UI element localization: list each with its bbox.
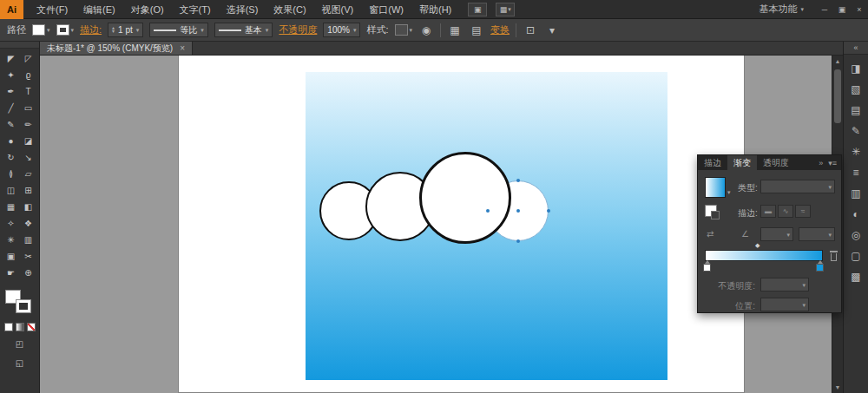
swatches-panel-icon[interactable]: ▤	[846, 100, 865, 121]
stop-location-dropdown[interactable]: ▾	[760, 298, 809, 311]
close-button[interactable]: ×	[851, 0, 868, 19]
menu-item[interactable]: 文件(F)	[29, 0, 76, 19]
stroke-panel-link[interactable]: 描边:	[80, 23, 102, 36]
pencil-tool[interactable]: ✏	[20, 116, 37, 133]
color-panel-icon[interactable]: ◨	[846, 58, 865, 79]
chevron-down-icon[interactable]: ▾	[727, 189, 731, 196]
free-transform-tool[interactable]: ▱	[20, 166, 37, 182]
color-button[interactable]	[4, 323, 13, 331]
tab-gradient[interactable]: 渐变	[727, 155, 757, 170]
panel-overflow-icon[interactable]: »	[819, 159, 823, 167]
rotate-tool[interactable]: ↻	[3, 149, 20, 166]
pen-tool[interactable]: ✒	[3, 83, 20, 100]
rectangle-tool[interactable]: ▭	[20, 100, 37, 116]
blob-brush-tool[interactable]: ●	[3, 133, 20, 149]
blend-tool[interactable]: ❖	[20, 215, 37, 232]
expand-panels-button[interactable]: «	[844, 42, 868, 55]
menu-item[interactable]: 文字(T)	[172, 0, 219, 19]
direct-selection-tool[interactable]: ◸	[20, 50, 37, 67]
line-segment-tool[interactable]: ╱	[3, 100, 20, 116]
tab-stroke[interactable]: 描边	[698, 155, 727, 170]
artboard-tool[interactable]: ▣	[3, 248, 20, 265]
transform-panel-link[interactable]: 变换	[490, 23, 510, 36]
gradient-within-stroke-icon[interactable]: ▬	[760, 205, 776, 218]
magic-wand-tool[interactable]: ✦	[3, 67, 20, 83]
scale-tool[interactable]: ↘	[20, 149, 37, 166]
gradient-midpoint-icon[interactable]: ◆	[755, 242, 760, 249]
gradient-button[interactable]	[16, 323, 24, 331]
align-vertical-icon[interactable]: ▤	[469, 23, 484, 38]
scroll-up-icon[interactable]: ▲	[832, 56, 843, 67]
fill-color-dropdown[interactable]: ▾	[32, 24, 50, 36]
angle-dropdown[interactable]: ▾	[760, 227, 793, 241]
type-tool[interactable]: T	[20, 83, 37, 100]
slice-tool[interactable]: ✂	[20, 248, 37, 265]
lasso-tool[interactable]: ϱ	[20, 67, 37, 83]
delete-gradient-stop-icon[interactable]	[829, 251, 838, 261]
graphic-styles-panel-icon[interactable]: ▢	[846, 246, 865, 266]
menu-item[interactable]: 视图(V)	[314, 0, 362, 19]
gradient-along-stroke-icon[interactable]: ∿	[778, 205, 793, 218]
tool-panel-header[interactable]	[0, 42, 39, 49]
gradient-across-stroke-icon[interactable]: ≈	[795, 205, 811, 218]
gradient-stop-start[interactable]	[703, 264, 711, 272]
drawing-modes-button[interactable]: ◰	[10, 337, 30, 350]
menu-item[interactable]: 选择(S)	[219, 0, 266, 19]
none-button[interactable]	[27, 323, 36, 331]
menu-item[interactable]: 帮助(H)	[411, 0, 459, 19]
gradient-type-dropdown[interactable]: ▾	[760, 180, 835, 193]
gradient-tool[interactable]: ◧	[20, 199, 37, 215]
eraser-tool[interactable]: ◪	[20, 133, 37, 149]
stroke-panel-icon[interactable]: ≡	[846, 162, 865, 183]
opacity-panel-link[interactable]: 不透明度	[279, 23, 317, 36]
eyedropper-tool[interactable]: ✧	[3, 215, 20, 232]
menu-item[interactable]: 对象(O)	[123, 0, 172, 19]
align-horizontal-icon[interactable]: ▦	[447, 23, 463, 38]
minimize-button[interactable]: ─	[816, 0, 833, 19]
menu-item[interactable]: 编辑(E)	[76, 0, 123, 19]
width-tool[interactable]: ≬	[3, 166, 20, 182]
gradient-swatch-thumbnail[interactable]	[705, 177, 726, 198]
hand-tool[interactable]: ☛	[3, 265, 20, 281]
graphic-style-dropdown[interactable]: ▾	[395, 24, 413, 36]
stroke-color-dropdown[interactable]: ▾	[56, 24, 75, 36]
stop-opacity-dropdown[interactable]: ▾	[760, 278, 809, 291]
reverse-gradient-icon[interactable]: ⇄	[707, 229, 713, 239]
stepper-icon[interactable]: ▴▾	[112, 27, 115, 33]
document-arrange-icon[interactable]: ▣	[468, 3, 487, 16]
stroke-swatch-thumbnail[interactable]	[705, 205, 717, 217]
circle-shape-3[interactable]	[419, 152, 511, 244]
transparency-panel-icon[interactable]: ◐	[846, 204, 865, 225]
workspace-switcher[interactable]: 基本功能 ▾	[750, 3, 812, 16]
isolate-object-icon[interactable]: ⊡	[523, 23, 538, 38]
more-options-icon[interactable]: ▾	[544, 23, 560, 38]
layers-panel-icon[interactable]: ▩	[846, 266, 865, 287]
gradient-slider-bar[interactable]	[705, 250, 823, 261]
close-tab-icon[interactable]: ×	[180, 43, 185, 53]
mesh-tool[interactable]: ▦	[3, 199, 20, 215]
recolor-artwork-icon[interactable]: ◉	[418, 23, 434, 38]
menu-item[interactable]: 窗口(W)	[361, 0, 411, 19]
arrange-documents-icon[interactable]: ▦▾	[496, 3, 515, 16]
brush-definition-dropdown[interactable]: 基本 ▾	[214, 23, 273, 37]
scroll-down-icon[interactable]: ▼	[832, 382, 843, 393]
symbols-panel-icon[interactable]: ✳	[846, 141, 865, 162]
stroke-width-field[interactable]: ▴▾ 1 pt ▾	[108, 23, 143, 37]
tab-transparency[interactable]: 透明度	[757, 155, 795, 170]
gradient-stop-end[interactable]	[816, 264, 824, 272]
stroke-color-box[interactable]	[16, 299, 31, 313]
screen-mode-button[interactable]: ◱	[10, 357, 30, 370]
panel-menu-icon[interactable]: ▾≡	[828, 159, 837, 167]
scrollbar-thumb[interactable]	[834, 69, 841, 123]
symbol-sprayer-tool[interactable]: ✳	[3, 232, 20, 248]
opacity-field[interactable]: 100% ▾	[323, 23, 360, 37]
document-tab[interactable]: 未标题-1* @ 150% (CMYK/预览) ×	[40, 42, 193, 55]
aspect-ratio-dropdown[interactable]: ▾	[799, 227, 835, 241]
selection-tool[interactable]: ◤	[3, 50, 20, 67]
brushes-panel-icon[interactable]: ✎	[846, 121, 865, 141]
zoom-tool[interactable]: ⊕	[20, 265, 37, 281]
restore-button[interactable]: ▣	[833, 0, 851, 19]
paintbrush-tool[interactable]: ✎	[3, 116, 20, 133]
menu-item[interactable]: 效果(C)	[266, 0, 313, 19]
color-guide-panel-icon[interactable]: ▧	[846, 79, 865, 100]
